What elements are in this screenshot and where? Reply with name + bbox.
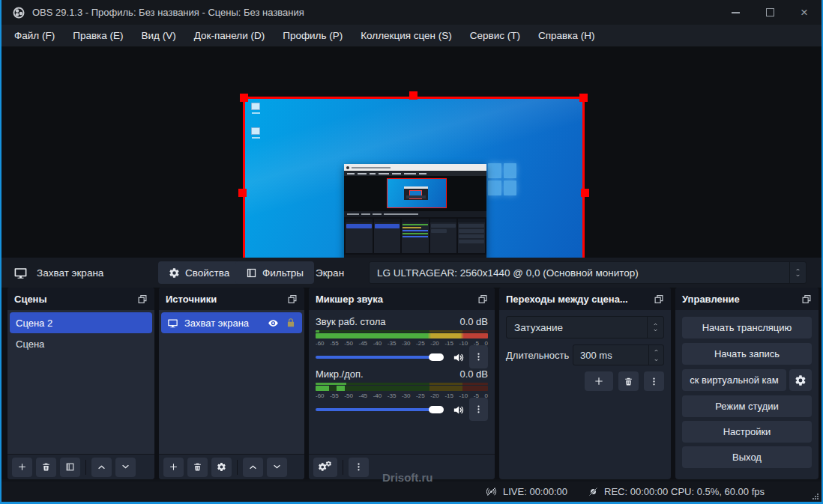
nested-docks [344, 217, 486, 255]
filter-icon [246, 267, 257, 279]
cpu-status: CPU: 0.5%, 60.00 fps [671, 482, 765, 502]
duration-down-button[interactable] [649, 355, 663, 365]
resize-grip[interactable] [812, 493, 819, 500]
channel-name: Микр./доп. [316, 368, 364, 380]
menu-tools[interactable]: Сервис (T) [461, 25, 529, 46]
filters-button[interactable]: Фильтры [235, 261, 314, 284]
remove-transition-button[interactable] [618, 371, 639, 391]
gear-icon [169, 267, 180, 279]
menu-profile[interactable]: Профиль (P) [274, 25, 352, 46]
source-item-selected[interactable]: Захват экрана [161, 312, 302, 333]
mixer-channel-desktop: Звук раб. стола 0.0 dB -60-55-50-45-40-3… [316, 316, 488, 363]
popout-icon[interactable] [137, 294, 148, 304]
transitions-header[interactable]: Переходы между сцена... [499, 288, 671, 310]
window-title: OBS 29.1.3 - Профиль: Без названия - Сце… [32, 7, 304, 18]
chevron-down-icon [272, 462, 282, 472]
plus-icon [169, 462, 178, 472]
selection-handle-top-left[interactable] [240, 94, 248, 102]
channel-db-value: 0.0 dB [459, 368, 488, 380]
advanced-audio-button[interactable] [313, 458, 337, 477]
volume-slider[interactable] [316, 356, 441, 359]
start-streaming-button[interactable]: Начать трансляцию [682, 317, 812, 338]
scenes-title: Сцены [14, 294, 47, 305]
selection-handle-middle-left[interactable] [238, 189, 247, 197]
scene-up-button[interactable] [91, 458, 112, 477]
volume-meter-peak [316, 383, 488, 385]
mixer-menu-button[interactable] [349, 458, 369, 477]
channel-db-value: 0.0 dB [459, 316, 488, 327]
sources-header[interactable]: Источники [159, 288, 304, 310]
kebab-icon [474, 351, 483, 362]
properties-button[interactable]: Свойства [158, 261, 240, 284]
source-down-button[interactable] [267, 458, 287, 477]
visibility-eye-icon[interactable] [267, 318, 280, 329]
studio-mode-button[interactable]: Режим студии [682, 395, 812, 417]
virtual-camera-button[interactable]: ск виртуальной кам [682, 369, 786, 391]
selection-handle-top-right[interactable] [579, 94, 588, 102]
live-time: LIVE: 00:00:00 [503, 486, 567, 497]
source-properties-button[interactable] [211, 458, 232, 477]
volume-slider-handle[interactable] [429, 353, 444, 361]
settings-button[interactable]: Настройки [682, 421, 812, 443]
chevron-down-icon [652, 328, 659, 333]
maximize-button[interactable] [753, 0, 787, 25]
channel-menu-button[interactable] [469, 345, 488, 368]
menu-docks[interactable]: Док-панели (D) [185, 25, 274, 46]
source-up-button[interactable] [243, 458, 263, 477]
transition-select-spinner[interactable] [647, 317, 663, 338]
menu-edit[interactable]: Правка (E) [64, 25, 132, 46]
chevron-up-icon [795, 267, 801, 272]
sources-toolbar [159, 454, 304, 479]
lock-icon[interactable] [286, 318, 296, 328]
status-bar: Drisoft.ru LIVE: 00:00:00 REC: 00:00:00 … [1, 482, 822, 502]
preview-canvas[interactable] [1, 46, 822, 258]
minimize-button[interactable] [718, 0, 753, 25]
mixer-header[interactable]: Микшер звука [309, 288, 495, 310]
add-source-button[interactable] [163, 458, 184, 477]
virtual-camera-settings-button[interactable] [789, 369, 812, 391]
volume-slider-handle[interactable] [429, 406, 444, 413]
menu-help[interactable]: Справка (H) [529, 25, 603, 46]
remove-source-button[interactable] [187, 458, 208, 477]
scene-item[interactable]: Сцена [10, 333, 152, 354]
scenes-header[interactable]: Сцены [7, 288, 154, 310]
scene-down-button[interactable] [115, 458, 136, 477]
kebab-icon [354, 461, 364, 473]
selection-handle-top-center[interactable] [409, 91, 417, 100]
add-scene-button[interactable] [12, 458, 32, 477]
speaker-icon[interactable] [452, 404, 465, 416]
remove-scene-button[interactable] [36, 458, 56, 477]
cpu-fps-value: CPU: 0.5%, 60.00 fps [671, 486, 765, 497]
kebab-icon [474, 404, 483, 415]
popout-icon[interactable] [287, 294, 298, 304]
transition-menu-button[interactable] [644, 371, 664, 391]
start-recording-button[interactable]: Начать запись [682, 343, 812, 365]
controls-header[interactable]: Управление [675, 288, 819, 310]
channel-menu-button[interactable] [469, 398, 488, 421]
duration-up-button[interactable] [649, 345, 663, 355]
screen-select-spinner[interactable] [789, 262, 806, 283]
duration-spinbox[interactable]: 300 ms [573, 344, 664, 365]
transition-select[interactable]: Затухание [506, 316, 664, 338]
scenes-list: Сцена 2 Сцена [7, 310, 154, 454]
volume-slider[interactable] [316, 408, 441, 411]
add-transition-button[interactable] [585, 371, 613, 391]
chevron-up-icon [652, 322, 659, 327]
popout-icon[interactable] [654, 294, 664, 304]
nested-selection [387, 178, 447, 208]
scene-item-selected[interactable]: Сцена 2 [10, 312, 152, 333]
menu-view[interactable]: Вид (V) [133, 25, 185, 46]
gear-icon [795, 374, 807, 386]
exit-button[interactable]: Выход [682, 446, 812, 468]
scene-filters-button[interactable] [60, 458, 80, 477]
chevron-up-icon [97, 462, 106, 472]
speaker-icon[interactable] [452, 351, 465, 364]
menu-scene-collection[interactable]: Коллекция сцен (S) [352, 25, 461, 46]
close-button[interactable]: × [787, 0, 822, 25]
menu-file[interactable]: Файл (F) [5, 25, 64, 46]
popout-icon[interactable] [801, 294, 812, 304]
screen-select[interactable]: LG ULTRAGEAR: 2560x1440 @ 0,0 (Основной … [369, 261, 807, 284]
selection-handle-middle-right[interactable] [581, 189, 589, 197]
popout-icon[interactable] [477, 294, 488, 304]
meter-scale: -60-55-50-45-40-35-30-25-20-15-10-50 [316, 392, 488, 399]
